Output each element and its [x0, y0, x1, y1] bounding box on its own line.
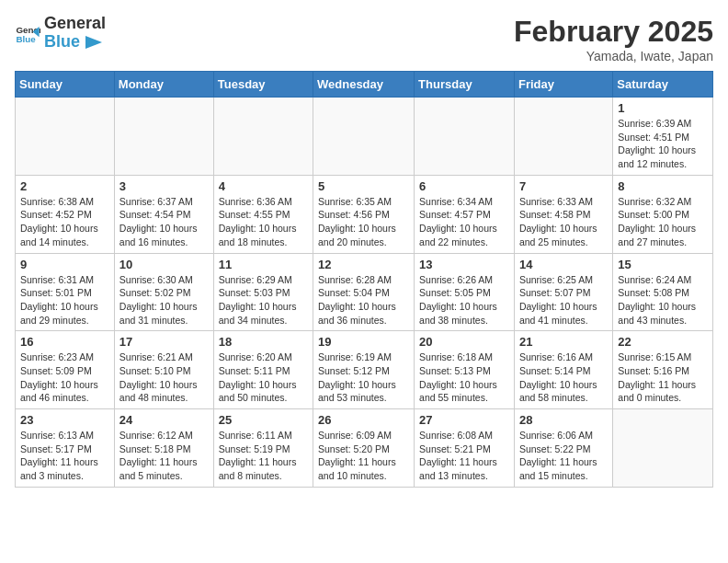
day-number: 23: [20, 413, 109, 427]
logo-arrow-icon: [82, 34, 102, 51]
day-info: Sunrise: 6:31 AM Sunset: 5:01 PM Dayligh…: [20, 273, 109, 327]
table-row: 9Sunrise: 6:31 AM Sunset: 5:01 PM Daylig…: [16, 253, 115, 331]
calendar-table: Sunday Monday Tuesday Wednesday Thursday…: [15, 71, 713, 488]
calendar-header-row: Sunday Monday Tuesday Wednesday Thursday…: [16, 72, 713, 98]
table-row: 24Sunrise: 6:12 AM Sunset: 5:18 PM Dayli…: [114, 409, 213, 488]
table-row: 4Sunrise: 6:36 AM Sunset: 4:55 PM Daylig…: [213, 175, 313, 253]
calendar-week-row: 2Sunrise: 6:38 AM Sunset: 4:52 PM Daylig…: [16, 175, 713, 253]
day-number: 22: [618, 335, 708, 349]
day-number: 1: [618, 101, 708, 115]
table-row: 3Sunrise: 6:37 AM Sunset: 4:54 PM Daylig…: [114, 175, 213, 253]
day-number: 17: [119, 335, 209, 349]
day-info: Sunrise: 6:26 AM Sunset: 5:05 PM Dayligh…: [419, 273, 509, 327]
table-row: [613, 409, 713, 488]
day-info: Sunrise: 6:13 AM Sunset: 5:17 PM Dayligh…: [20, 429, 109, 483]
day-info: Sunrise: 6:24 AM Sunset: 5:08 PM Dayligh…: [618, 273, 708, 327]
day-info: Sunrise: 6:39 AM Sunset: 4:51 PM Dayligh…: [618, 117, 708, 171]
day-info: Sunrise: 6:25 AM Sunset: 5:07 PM Dayligh…: [519, 273, 608, 327]
svg-marker-3: [85, 36, 102, 49]
day-number: 21: [519, 335, 608, 349]
table-row: 6Sunrise: 6:34 AM Sunset: 4:57 PM Daylig…: [415, 175, 515, 253]
table-row: 17Sunrise: 6:21 AM Sunset: 5:10 PM Dayli…: [114, 331, 213, 409]
day-number: 13: [419, 258, 509, 271]
month-title: February 2025: [514, 15, 713, 49]
col-friday: Friday: [514, 72, 612, 98]
table-row: 13Sunrise: 6:26 AM Sunset: 5:05 PM Dayli…: [415, 253, 515, 331]
col-tuesday: Tuesday: [213, 72, 313, 98]
day-info: Sunrise: 6:20 AM Sunset: 5:11 PM Dayligh…: [219, 350, 308, 405]
calendar-week-row: 9Sunrise: 6:31 AM Sunset: 5:01 PM Daylig…: [16, 253, 713, 331]
table-row: 20Sunrise: 6:18 AM Sunset: 5:13 PM Dayli…: [415, 331, 515, 409]
table-row: 7Sunrise: 6:33 AM Sunset: 4:58 PM Daylig…: [514, 175, 612, 253]
calendar-week-row: 1Sunrise: 6:39 AM Sunset: 4:51 PM Daylig…: [16, 98, 713, 176]
day-info: Sunrise: 6:09 AM Sunset: 5:20 PM Dayligh…: [318, 429, 409, 483]
col-wednesday: Wednesday: [313, 72, 415, 98]
day-info: Sunrise: 6:16 AM Sunset: 5:14 PM Dayligh…: [519, 350, 608, 405]
day-info: Sunrise: 6:34 AM Sunset: 4:57 PM Dayligh…: [419, 195, 509, 249]
table-row: [16, 98, 115, 176]
table-row: 15Sunrise: 6:24 AM Sunset: 5:08 PM Dayli…: [613, 253, 713, 331]
table-row: 25Sunrise: 6:11 AM Sunset: 5:19 PM Dayli…: [213, 409, 313, 488]
day-number: 14: [519, 258, 608, 271]
table-row: 10Sunrise: 6:30 AM Sunset: 5:02 PM Dayli…: [114, 253, 213, 331]
day-number: 4: [219, 179, 308, 193]
day-info: Sunrise: 6:37 AM Sunset: 4:54 PM Dayligh…: [119, 195, 209, 249]
table-row: 21Sunrise: 6:16 AM Sunset: 5:14 PM Dayli…: [514, 331, 612, 409]
table-row: 22Sunrise: 6:15 AM Sunset: 5:16 PM Dayli…: [613, 331, 713, 409]
day-number: 24: [119, 413, 209, 427]
location-text: Yamada, Iwate, Japan: [514, 49, 713, 63]
logo-icon: General Blue: [15, 20, 40, 46]
day-info: Sunrise: 6:15 AM Sunset: 5:16 PM Dayligh…: [618, 350, 708, 405]
table-row: 16Sunrise: 6:23 AM Sunset: 5:09 PM Dayli…: [16, 331, 115, 409]
logo-general-text: General: [44, 15, 106, 33]
table-row: 19Sunrise: 6:19 AM Sunset: 5:12 PM Dayli…: [313, 331, 415, 409]
table-row: 18Sunrise: 6:20 AM Sunset: 5:11 PM Dayli…: [213, 331, 313, 409]
day-number: 6: [419, 179, 509, 193]
table-row: 2Sunrise: 6:38 AM Sunset: 4:52 PM Daylig…: [16, 175, 115, 253]
day-number: 8: [618, 179, 708, 193]
day-info: Sunrise: 6:06 AM Sunset: 5:22 PM Dayligh…: [519, 429, 608, 483]
day-info: Sunrise: 6:33 AM Sunset: 4:58 PM Dayligh…: [519, 195, 608, 249]
day-info: Sunrise: 6:30 AM Sunset: 5:02 PM Dayligh…: [119, 273, 209, 327]
day-info: Sunrise: 6:11 AM Sunset: 5:19 PM Dayligh…: [219, 429, 308, 483]
day-number: 3: [119, 179, 209, 193]
table-row: 23Sunrise: 6:13 AM Sunset: 5:17 PM Dayli…: [16, 409, 115, 488]
day-info: Sunrise: 6:28 AM Sunset: 5:04 PM Dayligh…: [318, 273, 409, 327]
table-row: 28Sunrise: 6:06 AM Sunset: 5:22 PM Dayli…: [514, 409, 612, 488]
calendar-week-row: 23Sunrise: 6:13 AM Sunset: 5:17 PM Dayli…: [16, 409, 713, 488]
day-number: 10: [119, 258, 209, 271]
table-row: [213, 98, 313, 176]
page-header: General Blue General Blue February 2025 …: [15, 15, 713, 63]
day-number: 2: [20, 179, 109, 193]
day-info: Sunrise: 6:38 AM Sunset: 4:52 PM Dayligh…: [20, 195, 109, 249]
logo-blue-text: Blue: [44, 33, 80, 52]
title-block: February 2025 Yamada, Iwate, Japan: [514, 15, 713, 63]
day-info: Sunrise: 6:19 AM Sunset: 5:12 PM Dayligh…: [318, 350, 409, 405]
table-row: 11Sunrise: 6:29 AM Sunset: 5:03 PM Dayli…: [213, 253, 313, 331]
table-row: 12Sunrise: 6:28 AM Sunset: 5:04 PM Dayli…: [313, 253, 415, 331]
day-number: 15: [618, 258, 708, 271]
table-row: 1Sunrise: 6:39 AM Sunset: 4:51 PM Daylig…: [613, 98, 713, 176]
day-number: 7: [519, 179, 608, 193]
table-row: 5Sunrise: 6:35 AM Sunset: 4:56 PM Daylig…: [313, 175, 415, 253]
col-sunday: Sunday: [16, 72, 115, 98]
table-row: 14Sunrise: 6:25 AM Sunset: 5:07 PM Dayli…: [514, 253, 612, 331]
table-row: 26Sunrise: 6:09 AM Sunset: 5:20 PM Dayli…: [313, 409, 415, 488]
day-info: Sunrise: 6:23 AM Sunset: 5:09 PM Dayligh…: [20, 350, 109, 405]
day-info: Sunrise: 6:08 AM Sunset: 5:21 PM Dayligh…: [419, 429, 509, 483]
day-info: Sunrise: 6:36 AM Sunset: 4:55 PM Dayligh…: [219, 195, 308, 249]
col-monday: Monday: [114, 72, 213, 98]
day-number: 18: [219, 335, 308, 349]
day-info: Sunrise: 6:29 AM Sunset: 5:03 PM Dayligh…: [219, 273, 308, 327]
logo: General Blue General Blue: [15, 15, 106, 52]
day-info: Sunrise: 6:21 AM Sunset: 5:10 PM Dayligh…: [119, 350, 209, 405]
day-number: 9: [20, 258, 109, 271]
day-number: 27: [419, 413, 509, 427]
table-row: [514, 98, 612, 176]
day-number: 12: [318, 258, 409, 271]
day-number: 28: [519, 413, 608, 427]
day-number: 26: [318, 413, 409, 427]
svg-text:Blue: Blue: [16, 34, 36, 44]
table-row: 8Sunrise: 6:32 AM Sunset: 5:00 PM Daylig…: [613, 175, 713, 253]
day-info: Sunrise: 6:18 AM Sunset: 5:13 PM Dayligh…: [419, 350, 509, 405]
